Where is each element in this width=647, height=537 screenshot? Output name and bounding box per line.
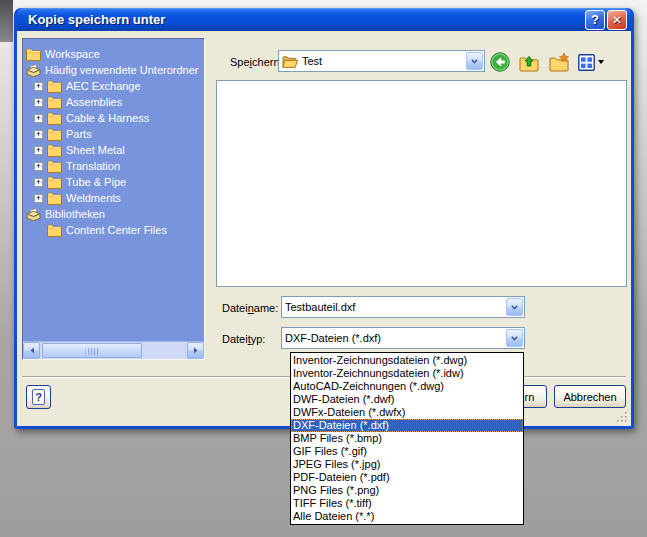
tree-item-label: Bibliotheken — [45, 208, 105, 220]
expand-plus-icon[interactable]: + — [34, 146, 43, 155]
chevron-right-icon — [193, 347, 199, 354]
tree-item-label: Cable & Harness — [66, 112, 149, 124]
scrollbar-track[interactable] — [40, 342, 187, 359]
back-icon — [490, 52, 510, 72]
save-in-value: Test — [302, 55, 322, 67]
desktop-background: { "window": { "title": "Kopie speichern … — [0, 0, 647, 537]
folder-tree-panel[interactable]: Workspace Häufig verwendete Unterordner … — [22, 38, 205, 360]
tree-item[interactable]: + Sheet Metal — [23, 142, 204, 158]
filetype-option[interactable]: GIF Files (*.gif) — [291, 445, 523, 458]
tree-item[interactable]: + Weldments — [23, 190, 204, 206]
folder-icon — [47, 224, 62, 237]
folder-tree: Workspace Häufig verwendete Unterordner … — [23, 46, 204, 238]
folder-icon — [47, 112, 62, 125]
file-list-area[interactable] — [216, 80, 627, 287]
tree-item[interactable]: + Tube & Pipe — [23, 174, 204, 190]
tree-item-label: AEC Exchange — [66, 80, 141, 92]
tree-item[interactable]: Bibliotheken — [23, 206, 204, 222]
view-menu-icon — [578, 54, 595, 71]
tree-item[interactable]: + Assemblies — [23, 94, 204, 110]
scroll-left-button[interactable] — [23, 342, 40, 359]
up-folder-icon — [518, 52, 540, 72]
filetype-option[interactable]: Inventor-Zeichnungsdateien (*.idw) — [291, 367, 523, 380]
back-button[interactable] — [490, 52, 510, 72]
expand-plus-icon[interactable]: + — [34, 98, 43, 107]
chevron-down-icon — [511, 336, 518, 341]
tree-item[interactable]: + Parts — [23, 126, 204, 142]
filetype-option[interactable]: AutoCAD-Zeichnungen (*.dwg) — [291, 380, 523, 393]
chevron-down-icon — [511, 305, 518, 310]
expand-plus-icon[interactable]: + — [34, 114, 43, 123]
cancel-button[interactable]: Abbrechen — [554, 385, 626, 408]
filetype-option[interactable]: PDF-Dateien (*.pdf) — [291, 471, 523, 484]
filetype-combobox[interactable]: DXF-Dateien (*.dxf) — [281, 327, 525, 349]
folder-icon — [26, 48, 41, 61]
expand-plus-icon[interactable]: + — [34, 162, 43, 171]
filetype-option[interactable]: DWFx-Dateien (*.dwfx) — [291, 406, 523, 419]
filetype-dropdown-button[interactable] — [506, 329, 523, 347]
tree-item-label: Translation — [66, 160, 120, 172]
folder-icon — [47, 96, 62, 109]
folder-icon — [47, 192, 62, 205]
folder-icon — [47, 160, 62, 173]
background-window-corner — [0, 0, 13, 42]
folder-icon — [47, 80, 62, 93]
scrollbar-thumb[interactable] — [42, 343, 142, 358]
scroll-right-button[interactable] — [187, 342, 204, 359]
tree-item-label: Weldments — [66, 192, 121, 204]
expand-plus-icon[interactable]: + — [34, 194, 43, 203]
filetype-option[interactable]: BMP Files (*.bmp) — [291, 432, 523, 445]
filetype-option[interactable]: DWF-Dateien (*.dwf) — [291, 393, 523, 406]
filename-label: Dateiname: — [222, 302, 278, 315]
tree-item-label: Sheet Metal — [66, 144, 125, 156]
folder-toolbar — [490, 51, 604, 73]
tree-item-label: Assemblies — [66, 96, 122, 108]
open-folder-icon — [282, 55, 298, 68]
create-new-folder-button[interactable] — [548, 52, 570, 72]
folder-icon — [47, 144, 62, 157]
favorites-icon — [26, 208, 41, 221]
help-page-icon: ? — [32, 389, 45, 405]
folder-icon — [47, 176, 62, 189]
tree-item[interactable]: + Translation — [23, 158, 204, 174]
expand-plus-icon[interactable]: + — [34, 130, 43, 139]
expand-plus-icon[interactable]: + — [34, 178, 43, 187]
up-one-level-button[interactable] — [518, 52, 540, 72]
help-icon: ? — [591, 12, 599, 27]
caret-down-icon — [598, 60, 604, 64]
filetype-option[interactable]: Alle Dateien (*.*) — [291, 510, 523, 523]
tree-item[interactable]: Häufig verwendete Unterordner — [23, 62, 204, 78]
filetype-option[interactable]: Inventor-Zeichnungsdateien (*.dwg) — [291, 354, 523, 367]
filename-value: Testbauteil.dxf — [285, 301, 355, 313]
titlebar[interactable]: Kopie speichern unter ? ✕ — [17, 8, 631, 31]
new-folder-icon — [548, 52, 570, 72]
filetype-option[interactable]: JPEG Files (*.jpg) — [291, 458, 523, 471]
help-button[interactable]: ? — [26, 385, 51, 409]
filetype-option[interactable]: PNG Files (*.png) — [291, 484, 523, 497]
tree-horizontal-scrollbar[interactable] — [23, 341, 204, 359]
save-in-combobox[interactable]: Test — [278, 50, 485, 72]
save-in-label: Speichern — [230, 56, 280, 69]
titlebar-help-button[interactable]: ? — [585, 10, 605, 30]
filetype-label: Dateityp: — [222, 333, 265, 346]
tree-item-label: Content Center Files — [66, 224, 167, 236]
expand-plus-icon[interactable]: + — [34, 82, 43, 91]
filename-dropdown-button[interactable] — [506, 298, 523, 316]
chevron-left-icon — [29, 347, 35, 354]
favorites-icon — [26, 64, 41, 77]
filetype-option[interactable]: TIFF Files (*.tiff) — [291, 497, 523, 510]
tree-item-label: Tube & Pipe — [66, 176, 126, 188]
save-in-dropdown-button[interactable] — [466, 52, 483, 70]
filetype-option[interactable]: DXF-Dateien (*.dxf) — [291, 419, 523, 432]
tree-item[interactable]: + Cable & Harness — [23, 110, 204, 126]
tree-item[interactable]: Workspace — [23, 46, 204, 62]
view-menu-button[interactable] — [578, 54, 604, 71]
filetype-value: DXF-Dateien (*.dxf) — [285, 332, 381, 344]
tree-item[interactable]: Content Center Files — [23, 222, 204, 238]
filetype-dropdown-list: Inventor-Zeichnungsdateien (*.dwg)Invent… — [290, 352, 524, 525]
close-button[interactable]: ✕ — [607, 10, 627, 30]
tree-item-label: Parts — [66, 128, 92, 140]
tree-item[interactable]: + AEC Exchange — [23, 78, 204, 94]
resize-grip[interactable] — [616, 411, 628, 423]
filename-combobox[interactable]: Testbauteil.dxf — [281, 296, 525, 318]
